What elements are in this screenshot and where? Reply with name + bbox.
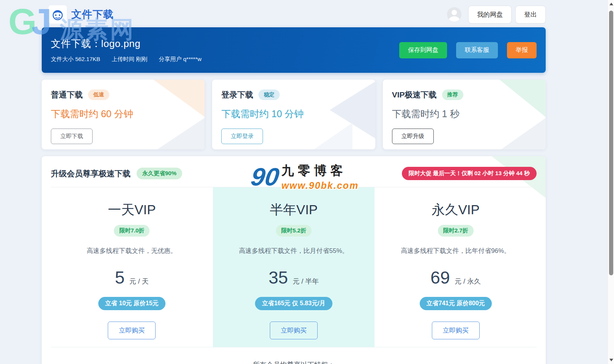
divider xyxy=(51,347,537,347)
file-banner: 文件下载：logo.png 文件大小 562.17KB 上传时间 刚刚 分享用户… xyxy=(42,27,546,73)
logout-button[interactable]: 登出 xyxy=(515,6,546,24)
download-options: 普通下载 低速 下载需时约 60 分钟 立即下载 登录下载 稳定 下载需时约 1… xyxy=(42,80,546,149)
price-number: 69 xyxy=(430,268,450,287)
plan-price: 69 元 / 永久 xyxy=(375,267,537,288)
plan-half-year-vip: 半年VIP 限时5.2折 高速多线程下载文件，比月付省55%。 35 元 / 半… xyxy=(213,187,375,347)
login-now-button[interactable]: 立即登录 xyxy=(221,129,263,144)
brand: 文件下载 xyxy=(42,5,114,24)
card-decor xyxy=(477,80,546,133)
vip-header: 升级会员尊享极速下载 永久更省90% 限时大促 最后一天！仅剩 02 小时 13… xyxy=(51,167,537,180)
watermark-logo-g: G xyxy=(8,5,37,38)
plan-price: 35 元 / 半年 xyxy=(213,267,375,288)
savings-pill: 立省 10元 原价15元 xyxy=(98,297,165,310)
site-logo-icon xyxy=(49,5,67,24)
plan-one-day-vip: 一天VIP 限时7.0折 高速多线程下载文件，无优惠。 5 元 / 天 立省 1… xyxy=(51,187,213,347)
plan-name: 一天VIP xyxy=(51,201,213,219)
savings-pill: 立省741元 原价800元 xyxy=(420,297,492,310)
download-eta: 下载需时约 10 分钟 xyxy=(221,108,366,120)
stable-badge: 稳定 xyxy=(258,89,280,100)
savings-pill: 立省165元 仅 5.83元/月 xyxy=(255,297,332,310)
scrollbar-thumb[interactable] xyxy=(609,11,613,275)
discount-badge: 限时5.2折 xyxy=(276,225,312,237)
recommended-badge: 推荐 xyxy=(442,89,463,100)
vertical-scrollbar[interactable] xyxy=(608,0,614,364)
card-decor xyxy=(292,123,353,149)
file-size: 文件大小 562.17KB xyxy=(51,56,100,62)
countdown-promo-badge: 限时大促 最后一天！仅剩 02 小时 13 分钟 44 秒 xyxy=(402,167,537,180)
upgrade-now-button[interactable]: 立即升级 xyxy=(392,129,434,144)
plan-name: 半年VIP xyxy=(213,201,375,219)
vip-panel: 升级会员尊享极速下载 永久更省90% 限时大促 最后一天！仅剩 02 小时 13… xyxy=(42,156,546,364)
my-drive-button[interactable]: 我的网盘 xyxy=(468,6,512,24)
share-user: 分享用户 q*****w xyxy=(159,56,202,62)
scroll-down-arrow-icon[interactable] xyxy=(608,357,614,363)
top-bar-actions: 我的网盘 登出 xyxy=(447,6,546,24)
plan-description: 高速多线程下载文件，无优惠。 xyxy=(51,246,213,255)
plan-price: 5 元 / 天 xyxy=(51,267,213,288)
discount-badge: 限时2.7折 xyxy=(438,225,474,237)
price-unit: 元 / 永久 xyxy=(455,278,481,285)
download-eta: 下载需时约 60 分钟 xyxy=(51,108,195,120)
file-banner-actions: 保存到网盘 联系客服 举报 xyxy=(399,42,537,58)
price-unit: 元 / 天 xyxy=(129,278,149,285)
price-number: 5 xyxy=(115,268,125,287)
card-title: VIP极速下载 xyxy=(392,89,437,100)
user-avatar[interactable] xyxy=(447,7,461,22)
card-decor xyxy=(485,115,546,149)
plan-name: 永久VIP xyxy=(375,201,537,219)
download-now-button[interactable]: 立即下载 xyxy=(51,129,93,144)
plan-description: 高速多线程下载文件，比年付省96%。 xyxy=(375,246,537,255)
card-normal-download: 普通下载 低速 下载需时约 60 分钟 立即下载 xyxy=(42,80,205,149)
scroll-up-arrow-icon[interactable] xyxy=(608,1,614,7)
file-meta: 文件大小 562.17KB 上传时间 刚刚 分享用户 q*****w xyxy=(51,56,211,63)
plan-description: 高速多线程下载文件，比月付省55%。 xyxy=(213,246,375,255)
page-title: 文件下载 xyxy=(71,8,114,21)
file-title: 文件下载：logo.png xyxy=(51,37,211,50)
report-button[interactable]: 举报 xyxy=(507,42,537,58)
plan-forever-vip: 永久VIP 限时2.7折 高速多线程下载文件，比年付省96%。 69 元 / 永… xyxy=(375,187,537,347)
card-login-download: 登录下载 稳定 下载需时约 10 分钟 立即登录 xyxy=(212,80,375,149)
buy-now-button[interactable]: 立即购买 xyxy=(270,322,318,339)
vip-benefits-heading: 所有会员均尊享以下特权： xyxy=(51,360,537,364)
vip-save-badge: 永久更省90% xyxy=(137,168,182,179)
vip-title: 升级会员尊享极速下载 xyxy=(51,168,131,179)
upload-time: 上传时间 刚刚 xyxy=(112,56,147,62)
file-banner-info: 文件下载：logo.png 文件大小 562.17KB 上传时间 刚刚 分享用户… xyxy=(51,37,211,63)
page-content: 文件下载 我的网盘 登出 文件下载：logo.png 文件大小 562.17KB… xyxy=(42,0,546,364)
card-title: 普通下载 xyxy=(51,89,83,100)
card-decor xyxy=(140,115,205,149)
price-unit: 元 / 半年 xyxy=(293,278,319,285)
top-bar: 文件下载 我的网盘 登出 xyxy=(42,0,546,24)
card-vip-download: VIP极速下载 推荐 下载需时约 1 秒 立即升级 xyxy=(383,80,546,149)
save-to-drive-button[interactable]: 保存到网盘 xyxy=(399,42,447,58)
card-title: 登录下载 xyxy=(221,89,253,100)
download-eta: 下载需时约 1 秒 xyxy=(392,108,537,120)
vip-plans: 一天VIP 限时7.0折 高速多线程下载文件，无优惠。 5 元 / 天 立省 1… xyxy=(51,187,537,347)
speed-badge: 低速 xyxy=(88,89,109,100)
discount-badge: 限时7.0折 xyxy=(114,225,150,237)
buy-now-button[interactable]: 立即购买 xyxy=(432,322,480,339)
price-number: 35 xyxy=(269,268,288,287)
buy-now-button[interactable]: 立即购买 xyxy=(108,322,156,339)
contact-support-button[interactable]: 联系客服 xyxy=(456,42,498,58)
